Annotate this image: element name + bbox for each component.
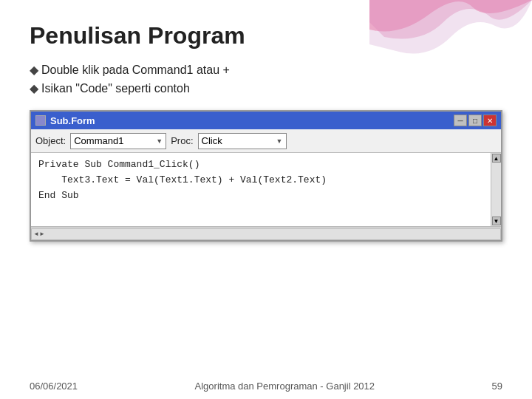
proc-dropdown-arrow: ▼ (276, 137, 283, 145)
scroll-up-button[interactable]: ▲ (492, 154, 501, 163)
object-dropdown[interactable]: Command1 ▼ (70, 133, 166, 149)
footer-page-number: 59 (492, 381, 502, 392)
vb-toolbar: Object: Command1 ▼ Proc: Click ▼ (31, 129, 501, 153)
vb-scrollbar-right[interactable]: ▲ ▼ (491, 153, 501, 226)
vb-code-area: Private Sub Command1_Click() Text3.Text … (31, 153, 501, 227)
vb-window-title: Sub.Form (50, 115, 95, 126)
scroll-down-button[interactable]: ▼ (492, 216, 501, 225)
vb-titlebar: Sub.Form ─ □ ✕ (31, 112, 501, 129)
proc-label: Proc: (171, 135, 193, 146)
vb-code-text: Private Sub Command1_Click() Text3.Text … (38, 157, 494, 222)
bullet-item-1: ◆ Double klik pada Command1 atau + (30, 63, 502, 77)
bullet-list: ◆ Double klik pada Command1 atau + ◆ Isi… (30, 63, 502, 95)
footer-center-text: Algoritma dan Pemrograman - Ganjil 2012 (195, 381, 375, 392)
footer-date: 06/06/2021 (30, 381, 78, 392)
vb-window: Sub.Form ─ □ ✕ Object: Command1 ▼ Proc: … (30, 110, 502, 242)
object-dropdown-value: Command1 (74, 135, 123, 146)
object-label: Object: (35, 135, 66, 146)
vb-titlebar-controls[interactable]: ─ □ ✕ (454, 115, 497, 126)
vb-bottom-bar: ◄ ► (31, 227, 501, 240)
scroll-right-button[interactable]: ► (39, 231, 45, 237)
bullet-diamond-1: ◆ (30, 63, 38, 77)
bullet-text-1: Double klik pada Command1 atau + (41, 64, 230, 77)
footer: 06/06/2021 Algoritma dan Pemrograman - G… (0, 381, 532, 392)
proc-dropdown-value: Click (202, 135, 222, 146)
minimize-button[interactable]: ─ (454, 115, 467, 126)
proc-dropdown[interactable]: Click ▼ (198, 133, 287, 149)
bullet-text-2: Isikan "Code" seperti contoh (41, 82, 190, 95)
close-button[interactable]: ✕ (483, 115, 497, 126)
scroll-left-button[interactable]: ◄ (33, 231, 39, 237)
object-dropdown-arrow: ▼ (156, 137, 163, 145)
bullet-item-2: ◆ Isikan "Code" seperti contoh (30, 81, 502, 95)
vb-titlebar-left: Sub.Form (35, 115, 95, 126)
vb-scrollbar-bottom[interactable]: ◄ ► (31, 228, 501, 240)
restore-button[interactable]: □ (468, 115, 482, 126)
vb-title-icon (35, 115, 46, 126)
bullet-diamond-2: ◆ (30, 81, 38, 95)
slide-title: Penulisan Program (30, 22, 502, 50)
